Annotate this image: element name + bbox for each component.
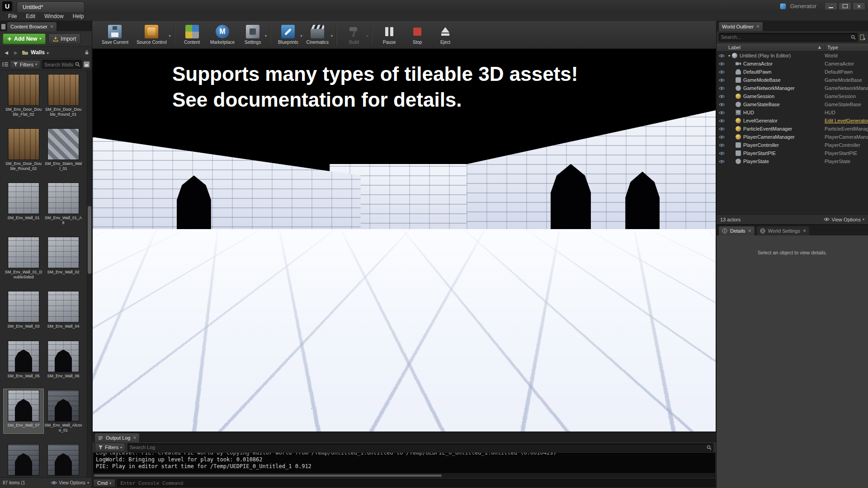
outliner-row[interactable]: GameStateBase GameStateBase bbox=[717, 100, 868, 108]
asset-item[interactable]: SM_Env_Door_Double_Round_01 bbox=[43, 73, 83, 117]
add-new-button[interactable]: Add New bbox=[3, 33, 46, 44]
toolbar-button[interactable]: Pause bbox=[375, 23, 403, 46]
close-icon[interactable] bbox=[748, 228, 751, 234]
visibility-eye-icon[interactable] bbox=[717, 86, 726, 90]
visibility-eye-icon[interactable] bbox=[717, 103, 726, 107]
maximize-button[interactable] bbox=[839, 2, 851, 10]
visibility-eye-icon[interactable] bbox=[717, 160, 726, 164]
asset-item[interactable]: SM_Env_Wall_01_DoubleSided bbox=[4, 236, 43, 280]
asset-item[interactable]: SM_Env_Wall_05 bbox=[4, 340, 43, 380]
close-button[interactable] bbox=[853, 2, 865, 10]
log-search-input[interactable] bbox=[128, 445, 707, 450]
asset-item[interactable]: SM_Env_Wall_01 bbox=[4, 182, 43, 226]
asset-item[interactable]: SM_Env_Wall_01_Alt bbox=[43, 182, 83, 226]
visibility-eye-icon[interactable] bbox=[717, 94, 726, 99]
outliner-row[interactable]: CameraActor CameraActor bbox=[717, 60, 868, 68]
asset-item[interactable]: SM_Env_Wall_Alcove_01 bbox=[43, 389, 83, 433]
outliner-row-type[interactable]: Edit LevelGenerator bbox=[825, 118, 868, 123]
sort-ascending-icon[interactable] bbox=[818, 45, 821, 49]
visibility-eye-icon[interactable] bbox=[717, 127, 726, 131]
outliner-view-options-button[interactable]: View Options bbox=[824, 217, 864, 222]
asset-item[interactable]: SM_Env_Stairs_Wall_01 bbox=[43, 127, 83, 172]
log-filters-button[interactable]: Filters bbox=[95, 443, 125, 452]
visibility-eye-icon[interactable] bbox=[717, 111, 726, 115]
save-search-icon[interactable] bbox=[84, 61, 90, 67]
outliner-row[interactable]: GameSession GameSession bbox=[717, 92, 868, 100]
outliner-row[interactable]: Untitled (Play In Editor) World bbox=[717, 52, 868, 60]
visibility-eye-icon[interactable] bbox=[717, 151, 726, 155]
asset-item[interactable]: SM_Env_Wall_03 bbox=[4, 290, 43, 330]
outliner-row[interactable]: PlayerState PlayerState bbox=[717, 157, 868, 165]
document-tab[interactable]: Untitled* bbox=[17, 1, 85, 12]
close-icon[interactable] bbox=[133, 435, 136, 441]
tab-output-log[interactable]: Output Log bbox=[94, 433, 140, 442]
outliner-row[interactable]: GameNetworkManager GameNetworkManager bbox=[717, 84, 868, 92]
outliner-row[interactable]: PlayerCameraManager PlayerCameraManager bbox=[717, 133, 868, 141]
visibility-eye-icon[interactable] bbox=[717, 135, 726, 139]
outliner-row[interactable]: PlayerStartPIE PlayerStartPIE bbox=[717, 149, 868, 157]
outliner-row[interactable]: PlayerController PlayerController bbox=[717, 141, 868, 149]
asset-item[interactable] bbox=[4, 443, 43, 477]
close-icon[interactable] bbox=[803, 228, 806, 234]
toolbar-button[interactable]: Settings bbox=[239, 23, 267, 46]
toolbar-button[interactable]: Content bbox=[178, 23, 206, 46]
filters-button[interactable]: Filters bbox=[10, 60, 40, 69]
asset-item[interactable]: SM_Env_Door_Double_Round_02 bbox=[4, 127, 43, 172]
add-item-icon[interactable] bbox=[860, 34, 866, 40]
sources-toggle-icon[interactable] bbox=[2, 62, 8, 67]
visibility-eye-icon[interactable] bbox=[717, 78, 726, 82]
menu-item[interactable]: Help bbox=[68, 13, 89, 20]
scrollbar-thumb[interactable] bbox=[88, 206, 91, 274]
asset-item[interactable]: SM_Env_Door_Double_Flat_02 bbox=[4, 73, 43, 117]
cmd-dropdown-button[interactable]: Cmd bbox=[93, 479, 115, 487]
toolbar-button[interactable]: Build bbox=[340, 23, 368, 46]
menu-item[interactable]: Window bbox=[40, 13, 68, 20]
outliner-row[interactable]: DefaultPawn DefaultPawn bbox=[717, 68, 868, 76]
toolbar-button[interactable]: Eject bbox=[431, 23, 459, 46]
horizontal-scrollbar[interactable] bbox=[93, 474, 715, 478]
log-output-area[interactable]: LogPlayLevel: PIE: Created PIE world by … bbox=[93, 453, 715, 473]
menu-item[interactable]: Edit bbox=[21, 13, 40, 20]
toolbar-button[interactable]: Save Current bbox=[98, 23, 132, 46]
asset-item[interactable]: SM_Env_Wall_06 bbox=[43, 340, 83, 380]
tab-content-browser[interactable]: Content Browser bbox=[7, 22, 57, 31]
asset-item[interactable]: SM_Env_Wall_04 bbox=[43, 290, 83, 330]
scrollbar-thumb[interactable] bbox=[94, 474, 442, 477]
viewport[interactable]: Supports many types of tileable 3D asset… bbox=[92, 49, 716, 432]
vertical-scrollbar[interactable] bbox=[87, 70, 92, 477]
tab-details[interactable]: Details bbox=[718, 226, 755, 235]
asset-item[interactable]: SM_Env_Wall_07 bbox=[4, 389, 43, 433]
toolbar-button[interactable]: Blueprints bbox=[274, 23, 302, 46]
breadcrumb[interactable]: Walls bbox=[31, 49, 45, 56]
close-icon[interactable] bbox=[50, 24, 53, 29]
visibility-eye-icon[interactable] bbox=[717, 62, 726, 66]
outliner-row[interactable]: HUD HUD bbox=[717, 108, 868, 117]
minimize-button[interactable] bbox=[825, 2, 837, 10]
visibility-eye-icon[interactable] bbox=[717, 54, 726, 58]
asset-search-input[interactable] bbox=[42, 62, 75, 67]
visibility-eye-icon[interactable] bbox=[717, 143, 726, 147]
close-icon[interactable] bbox=[756, 24, 760, 29]
outliner-row[interactable]: GameModeBase GameModeBase bbox=[717, 76, 868, 84]
column-label[interactable]: Label bbox=[728, 45, 741, 50]
toolbar-button[interactable]: Source Control bbox=[132, 23, 171, 46]
outliner-search-input[interactable] bbox=[719, 34, 851, 40]
column-type[interactable]: Type bbox=[825, 45, 868, 50]
view-options-button[interactable]: View Options bbox=[51, 480, 89, 485]
asset-item[interactable] bbox=[43, 443, 83, 477]
expander-arrow[interactable] bbox=[726, 54, 732, 58]
outliner-row[interactable]: LevelGenerator Edit LevelGenerator bbox=[717, 117, 868, 125]
tab-world-settings[interactable]: World Settings bbox=[756, 226, 810, 235]
visibility-eye-icon[interactable] bbox=[717, 70, 726, 74]
forward-button[interactable] bbox=[12, 50, 19, 55]
back-button[interactable] bbox=[3, 50, 10, 55]
visibility-eye-icon[interactable] bbox=[717, 119, 726, 123]
console-command-input[interactable] bbox=[117, 479, 715, 487]
menu-item[interactable]: File bbox=[4, 13, 21, 20]
lock-icon[interactable] bbox=[85, 50, 89, 55]
toolbar-button[interactable]: Cinematics bbox=[302, 23, 333, 46]
toolbar-button[interactable]: Stop bbox=[403, 23, 431, 46]
asset-item[interactable]: SM_Env_Wall_02 bbox=[43, 236, 83, 280]
import-button[interactable]: Import bbox=[48, 33, 80, 44]
tab-world-outliner[interactable]: World Outliner bbox=[718, 22, 763, 31]
